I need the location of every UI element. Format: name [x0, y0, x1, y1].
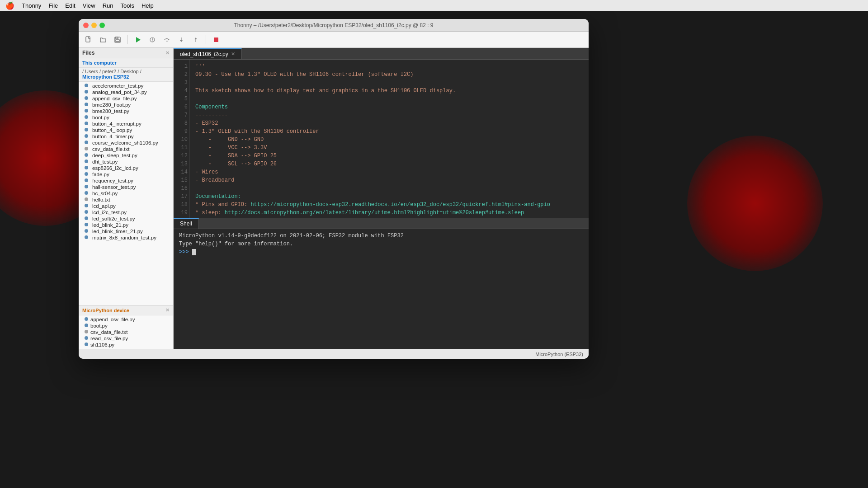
folder-name[interactable]: Micropython ESP32 [82, 74, 129, 80]
file-icon [84, 102, 90, 108]
step-into-button[interactable] [175, 34, 188, 45]
file-icon [84, 172, 90, 177]
device-file-item[interactable]: append_csv_file.py [79, 316, 173, 323]
step-out-button[interactable] [189, 34, 202, 45]
file-icon [84, 229, 90, 234]
editor-tab-oled[interactable]: oled_sh1106_i2c.py ✕ [174, 48, 242, 59]
shell-prompt-line: >>> [179, 248, 583, 256]
save-file-button[interactable] [111, 34, 124, 45]
menu-thonny[interactable]: Thonny [22, 2, 41, 9]
file-item[interactable]: bme280_test.py [79, 108, 173, 114]
debug-button[interactable] [146, 34, 159, 45]
file-item[interactable]: accelerometer_test.py [79, 83, 173, 89]
file-panel: Files ✕ This computer / Users / peter2 /… [79, 48, 174, 349]
file-item[interactable]: csv_data_file.txt [79, 146, 173, 152]
maximize-button[interactable] [99, 23, 105, 28]
step-over-button[interactable] [160, 34, 173, 45]
run-button[interactable] [132, 34, 144, 45]
file-name: frequency_test.py [92, 178, 133, 183]
line-number: 9 [177, 127, 188, 136]
file-name: lcd_softi2c_test.py [92, 216, 135, 221]
file-icon [84, 108, 90, 114]
menu-file[interactable]: File [48, 2, 58, 9]
shell-output-line1: MicroPython v1.14-9-g9dedcf122 on 2021-0… [179, 232, 583, 240]
file-item[interactable]: lcd_api.py [79, 203, 173, 209]
minimize-button[interactable] [91, 23, 97, 28]
files-panel-header: Files ✕ [79, 48, 173, 58]
code-content[interactable]: ''' 09.30 - Use the 1.3" OLED with the S… [190, 60, 589, 218]
file-item[interactable]: led_blink_timer_21.py [79, 228, 173, 235]
file-item[interactable]: hall-sensor_test.py [79, 184, 173, 190]
file-item[interactable]: hello.txt [79, 197, 173, 203]
close-button[interactable] [83, 23, 89, 28]
device-section-close[interactable]: ✕ [165, 307, 170, 313]
file-icon [84, 134, 90, 139]
bg-decoration-right [687, 136, 823, 271]
shell-content[interactable]: MicroPython v1.14-9-g9dedcf122 on 2021-0… [174, 229, 589, 349]
svg-point-14 [85, 84, 88, 87]
file-item[interactable]: hc_sr04.py [79, 190, 173, 197]
file-icon [84, 197, 90, 202]
file-item[interactable]: boot.py [79, 114, 173, 121]
device-file-name: append_csv_file.py [90, 317, 135, 322]
svg-point-15 [85, 90, 88, 94]
new-file-button[interactable] [82, 34, 95, 45]
menu-help[interactable]: Help [142, 2, 154, 9]
file-item[interactable]: frequency_test.py [79, 178, 173, 184]
line-number: 7 [177, 111, 188, 119]
svg-rect-3 [116, 40, 119, 42]
file-icon [84, 89, 90, 95]
file-name: boot.py [92, 115, 109, 120]
apple-menu[interactable]: 🍎 [5, 1, 14, 10]
svg-marker-10 [180, 40, 183, 42]
device-file-item[interactable]: sh1106.py [79, 342, 173, 348]
svg-marker-4 [136, 37, 141, 42]
files-panel-close[interactable]: ✕ [165, 50, 170, 56]
traffic-lights [83, 23, 105, 28]
file-item[interactable]: append_csv_file.py [79, 95, 173, 102]
file-item[interactable]: dht_test.py [79, 159, 173, 165]
file-item[interactable]: led_blink_21.py [79, 222, 173, 228]
file-item[interactable]: button_4_timer.py [79, 133, 173, 140]
file-name: deep_sleep_test.py [92, 153, 137, 158]
device-section-header: MicroPython device ✕ [79, 305, 173, 315]
stop-button[interactable] [210, 34, 222, 45]
file-icon [84, 184, 90, 190]
shell-tab-bar: Shell [174, 218, 589, 229]
shell-tab[interactable]: Shell [174, 218, 199, 229]
menu-edit[interactable]: Edit [65, 2, 75, 9]
device-file-item[interactable]: boot.py [79, 323, 173, 329]
file-item[interactable]: deep_sleep_test.py [79, 152, 173, 159]
file-item[interactable]: lcd_softi2c_test.py [79, 216, 173, 222]
file-name: append_csv_file.py [92, 96, 137, 101]
file-item[interactable]: bme280_float.py [79, 102, 173, 108]
svg-point-32 [85, 197, 88, 201]
open-file-button[interactable] [97, 34, 109, 45]
file-item[interactable]: button_4_loop.py [79, 127, 173, 133]
device-file-item[interactable]: read_csv_file.py [79, 335, 173, 342]
this-computer-section: This computer / Users / peter2 / Desktop… [79, 58, 173, 305]
file-name: hc_sr04.py [92, 191, 118, 196]
file-item[interactable]: esp8266_i2c_lcd.py [79, 165, 173, 171]
device-file-item[interactable]: csv_data_file.txt [79, 329, 173, 335]
file-name: led_blink_timer_21.py [92, 229, 143, 234]
menu-view[interactable]: View [83, 2, 95, 9]
tab-close-icon[interactable]: ✕ [231, 51, 235, 57]
file-item[interactable]: matrix_8x8_random_test.py [79, 235, 173, 241]
main-window: Thonny – /Users/peter2/Desktop/Micropyth… [79, 19, 589, 359]
file-item[interactable]: fade.py [79, 171, 173, 178]
file-item[interactable]: course_welcome_sh1106.py [79, 140, 173, 146]
menu-tools[interactable]: Tools [121, 2, 134, 9]
file-item[interactable]: analog_read_pot_34.py [79, 89, 173, 95]
line-number: 1 [177, 62, 188, 70]
file-name: bme280_test.py [92, 108, 129, 114]
shell-area: Shell MicroPython v1.14-9-g9dedcf122 on … [174, 218, 589, 349]
file-name: analog_read_pot_34.py [92, 89, 147, 95]
menu-run[interactable]: Run [103, 2, 113, 9]
code-editor[interactable]: 1234567891011121314151617181920212223242… [174, 60, 589, 218]
file-item[interactable]: lcd_i2c_test.py [79, 209, 173, 216]
line-number: 17 [177, 192, 188, 201]
file-item[interactable]: button_4_interrupt.py [79, 121, 173, 127]
svg-point-40 [85, 324, 88, 327]
svg-point-35 [85, 216, 88, 220]
